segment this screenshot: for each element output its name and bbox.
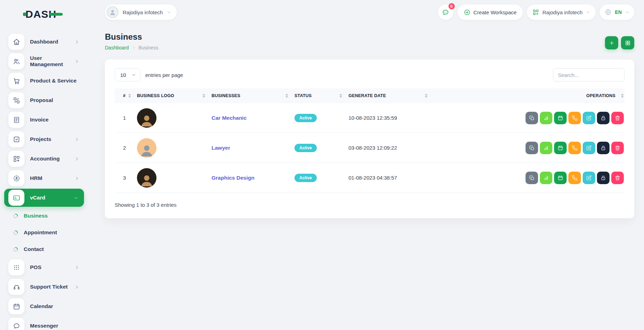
column-header-date[interactable]: GENERATE DATE: [348, 93, 434, 98]
delete-button[interactable]: [611, 142, 624, 154]
edit-button[interactable]: [583, 172, 595, 184]
column-label: STATUS: [294, 93, 312, 98]
business-name-link[interactable]: Car Mechanic: [212, 115, 247, 121]
sidebar-item-label: Messenger: [30, 323, 79, 329]
chevron-right-icon: [75, 59, 79, 64]
sidebar-item-messenger[interactable]: Messenger: [0, 316, 88, 330]
plus-circle-icon: [464, 9, 470, 16]
column-header-logo[interactable]: BUSINESS LOGO: [137, 93, 212, 98]
analytics-button[interactable]: [540, 112, 552, 124]
calendar-icon: [558, 175, 563, 181]
call-button[interactable]: [568, 172, 581, 184]
chevron-right-icon: [132, 46, 136, 49]
sidebar-item-label: Support Ticket: [30, 284, 75, 290]
language-selector[interactable]: EN: [600, 5, 634, 20]
submenu-bullet-icon: [13, 247, 18, 252]
copy-icon: [529, 175, 535, 181]
column-label: BUSINESSES: [212, 93, 240, 98]
chevron-down-icon: [74, 196, 78, 200]
bar-chart-icon: [543, 115, 549, 121]
check-square-icon: [8, 131, 24, 147]
duplicate-button[interactable]: [526, 112, 538, 124]
call-button[interactable]: [568, 112, 581, 124]
generate-date: 10-08-2023 12:35:59: [348, 115, 434, 121]
business-name-link[interactable]: Graphics Design: [212, 175, 254, 181]
password-button[interactable]: [597, 142, 610, 154]
column-header-status[interactable]: STATUS: [294, 93, 348, 98]
sidebar-item-projects[interactable]: Projects: [0, 129, 88, 149]
sidebar-item-proposal[interactable]: Proposal: [0, 91, 88, 110]
org-name: Rajodiya infotech: [542, 9, 582, 15]
breadcrumb: Dashboard Business: [105, 45, 158, 50]
sidebar-item-label: HRM: [30, 175, 75, 181]
app-logo[interactable]: DASH: [23, 9, 88, 19]
duplicate-button[interactable]: [526, 172, 538, 184]
status-badge: Active: [294, 144, 317, 152]
status-badge: Active: [294, 174, 317, 182]
call-button[interactable]: [568, 142, 581, 154]
edit-button[interactable]: [583, 142, 595, 154]
breadcrumb-dashboard-link[interactable]: Dashboard: [105, 45, 129, 50]
generate-date: 03-08-2023 12:09:22: [348, 145, 434, 151]
password-button[interactable]: [597, 112, 610, 124]
messages-count-badge: 0: [449, 3, 455, 9]
sidebar-subitem-contact[interactable]: Contact: [0, 241, 88, 258]
delete-button[interactable]: [611, 112, 624, 124]
org-selector[interactable]: Rajodiya infotech: [527, 5, 595, 20]
sidebar-subitem-business[interactable]: Business: [0, 207, 88, 224]
appointment-button[interactable]: [554, 142, 567, 154]
column-header-operations[interactable]: OPERATIONS: [434, 93, 624, 98]
analytics-button[interactable]: [540, 142, 552, 154]
sidebar-item-pos[interactable]: POS: [0, 258, 88, 277]
messages-button[interactable]: 0: [438, 5, 453, 20]
chevron-down-icon: [625, 10, 629, 14]
add-business-button[interactable]: [605, 36, 618, 49]
person-icon: [139, 112, 154, 128]
sidebar-item-vcard[interactable]: vCard: [4, 189, 84, 207]
column-header-businesses[interactable]: BUSINESSES: [212, 93, 294, 98]
breadcrumb-current: Business: [139, 45, 159, 50]
workspace-selector[interactable]: Rajodiya infotech: [105, 5, 177, 20]
bar-chart-icon: [543, 145, 549, 151]
duplicate-button[interactable]: [526, 142, 538, 154]
phone-icon: [572, 175, 577, 181]
row-number: 2: [115, 145, 137, 151]
edit-button[interactable]: [583, 112, 595, 124]
sidebar-item-dashboard[interactable]: Dashboard: [0, 32, 88, 52]
sidebar-item-hrm[interactable]: HRM: [0, 168, 88, 188]
sidebar: DASH Dashboard User Management Product &…: [0, 0, 88, 330]
appointment-button[interactable]: [554, 172, 567, 184]
column-label: GENERATE DATE: [348, 93, 386, 98]
sidebar-item-accounting[interactable]: Accounting: [0, 149, 88, 168]
sort-icon: [425, 94, 428, 98]
main-area: Rajodiya infotech 0 Create Workspace Raj…: [88, 0, 644, 330]
edit-icon: [586, 115, 592, 121]
password-button[interactable]: [597, 172, 610, 184]
search-input[interactable]: [553, 68, 624, 81]
business-name-link[interactable]: Lawyer: [212, 145, 230, 151]
sidebar-item-product-service[interactable]: Product & Service: [0, 71, 88, 91]
create-workspace-button[interactable]: Create Workspace: [458, 5, 523, 20]
appointment-button[interactable]: [554, 112, 567, 124]
lock-icon: [600, 115, 606, 121]
sidebar-item-label: POS: [30, 264, 75, 270]
language-code: EN: [615, 9, 622, 15]
phone-icon: [572, 115, 577, 121]
delete-button[interactable]: [611, 172, 624, 184]
bar-chart-icon: [543, 175, 549, 181]
column-header-num[interactable]: #: [115, 93, 137, 98]
entries-per-page-select[interactable]: 10: [115, 68, 140, 81]
sidebar-subitem-appointment[interactable]: Appointment: [0, 224, 88, 241]
sidebar-item-calendar[interactable]: Calendar: [0, 297, 88, 316]
calendar-icon: [8, 298, 24, 314]
generate-date: 01-08-2023 04:38:57: [348, 175, 434, 181]
sidebar-item-invoice[interactable]: Invoice: [0, 110, 88, 129]
chevron-right-icon: [75, 265, 79, 270]
sidebar-menu: Dashboard User Management Product & Serv…: [0, 32, 88, 330]
entries-label: entries per page: [145, 72, 183, 78]
grid-view-button[interactable]: [621, 36, 634, 49]
sidebar-item-user-management[interactable]: User Management: [0, 52, 88, 71]
sidebar-item-support-ticket[interactable]: Support Ticket: [0, 277, 88, 297]
copy-icon: [529, 115, 535, 121]
analytics-button[interactable]: [540, 172, 552, 184]
